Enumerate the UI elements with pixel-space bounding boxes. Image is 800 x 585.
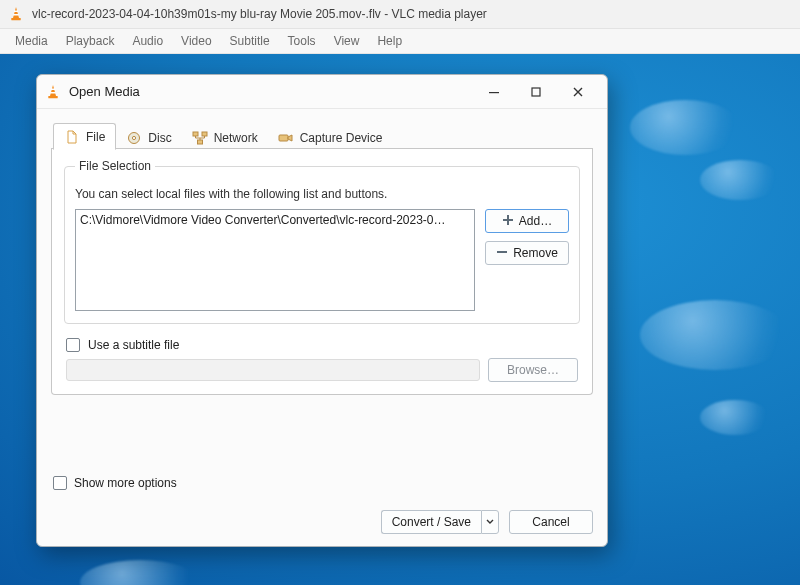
app-title: vlc-record-2023-04-04-10h39m01s-my blu-r… [32,7,487,21]
menu-view[interactable]: View [325,31,369,51]
minimize-button[interactable] [473,78,515,106]
svg-point-11 [133,136,136,139]
vlc-cone-icon [8,6,24,22]
plus-icon [502,214,514,229]
file-selection-legend: File Selection [75,159,155,173]
tab-disc[interactable]: Disc [116,125,181,150]
svg-rect-6 [50,92,56,94]
tab-file-label: File [86,130,105,144]
maximize-button[interactable] [515,78,557,106]
convert-save-split-button[interactable]: Convert / Save [381,510,499,534]
tab-capture-label: Capture Device [300,131,383,145]
show-more-label: Show more options [74,476,177,490]
subtitle-path-field [66,359,480,381]
remove-button[interactable]: Remove [485,241,569,265]
capture-icon [278,130,294,146]
open-media-dialog: Open Media File [36,74,608,547]
tab-network[interactable]: Network [182,125,268,150]
convert-save-button[interactable]: Convert / Save [381,510,481,534]
vlc-cone-icon [45,84,61,100]
app-title-bar: vlc-record-2023-04-04-10h39m01s-my blu-r… [0,0,800,29]
menu-help[interactable]: Help [368,31,411,51]
svg-rect-2 [13,14,19,16]
file-icon [64,129,80,145]
close-button[interactable] [557,78,599,106]
disc-icon [126,130,142,146]
svg-rect-7 [48,96,57,98]
cancel-label: Cancel [532,515,569,529]
svg-rect-14 [197,140,202,144]
menu-video[interactable]: Video [172,31,220,51]
menu-audio[interactable]: Audio [123,31,172,51]
tab-network-label: Network [214,131,258,145]
svg-rect-3 [11,18,20,20]
add-button-label: Add… [519,214,552,228]
tabs: File Disc [51,121,593,149]
network-icon [192,130,208,146]
menu-playback[interactable]: Playback [57,31,124,51]
subtitle-checkbox-label: Use a subtitle file [88,338,179,352]
svg-rect-5 [51,88,55,90]
svg-rect-12 [193,132,198,136]
subtitle-checkbox[interactable] [66,338,80,352]
browse-subtitle-label: Browse… [507,363,559,377]
tab-file[interactable]: File [53,123,116,150]
svg-marker-0 [13,7,19,18]
show-more-checkbox[interactable] [53,476,67,490]
svg-marker-4 [50,85,56,96]
file-list[interactable]: C:\Vidmore\Vidmore Video Converter\Conve… [75,209,475,311]
menu-media[interactable]: Media [6,31,57,51]
file-list-item[interactable]: C:\Vidmore\Vidmore Video Converter\Conve… [80,212,470,228]
svg-rect-1 [14,11,18,13]
cancel-button[interactable]: Cancel [509,510,593,534]
svg-rect-15 [279,135,288,141]
remove-button-label: Remove [513,246,558,260]
dialog-title-bar: Open Media [37,75,607,109]
dialog-title: Open Media [69,84,473,99]
svg-rect-8 [489,92,499,93]
file-selection-hint: You can select local files with the foll… [75,187,569,201]
menu-bar: Media Playback Audio Video Subtitle Tool… [0,29,800,54]
add-button[interactable]: Add… [485,209,569,233]
convert-save-dropdown[interactable] [481,510,499,534]
svg-rect-13 [202,132,207,136]
svg-rect-9 [532,88,540,96]
minus-icon [496,246,508,261]
tab-disc-label: Disc [148,131,171,145]
tab-capture[interactable]: Capture Device [268,125,393,150]
browse-subtitle-button[interactable]: Browse… [488,358,578,382]
file-selection-group: File Selection You can select local file… [64,159,580,324]
convert-save-label: Convert / Save [392,515,471,529]
menu-subtitle[interactable]: Subtitle [221,31,279,51]
chevron-down-icon [486,515,494,529]
menu-tools[interactable]: Tools [279,31,325,51]
